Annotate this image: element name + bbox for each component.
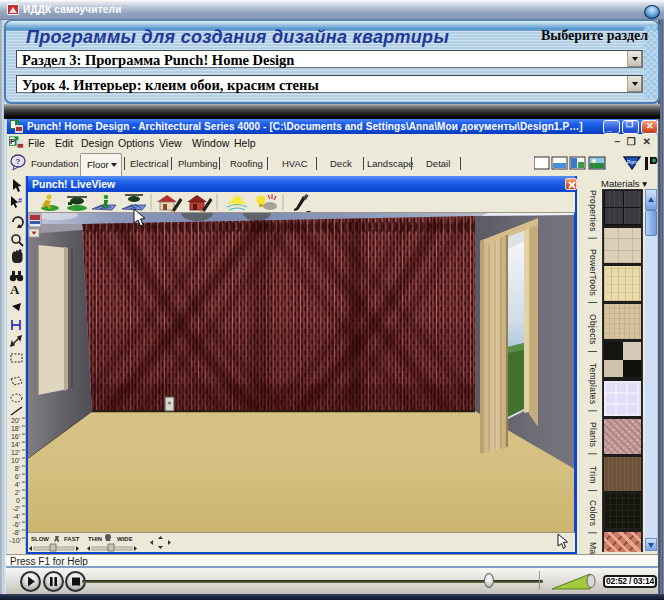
svg-text:-10': -10' [10, 537, 21, 544]
svg-text:16': 16' [11, 433, 20, 440]
svg-text:-6': -6' [12, 521, 20, 528]
svg-text:P: P [10, 137, 15, 146]
svg-text:Punch: Punch [627, 159, 641, 165]
svg-text:-4': -4' [12, 513, 20, 520]
svg-text:THIN: THIN [88, 536, 102, 542]
svg-text:SLOW: SLOW [31, 536, 49, 542]
svg-text:-2': -2' [12, 505, 20, 512]
svg-text:12': 12' [11, 449, 20, 456]
svg-text:FAST: FAST [64, 536, 80, 542]
svg-text:10': 10' [11, 457, 20, 464]
svg-text:2': 2' [15, 489, 20, 496]
svg-text:8': 8' [15, 465, 20, 472]
svg-text:20': 20' [11, 417, 20, 424]
svg-text:?: ? [16, 157, 21, 166]
svg-text:A: A [10, 282, 20, 297]
svg-text:WIDE: WIDE [117, 536, 133, 542]
svg-text:14': 14' [11, 441, 20, 448]
svg-text:4': 4' [15, 481, 20, 488]
svg-text:6': 6' [15, 473, 20, 480]
svg-text:18': 18' [11, 425, 20, 432]
svg-text:#: # [18, 197, 22, 204]
svg-text:0: 0 [16, 497, 20, 504]
svg-text:-8': -8' [12, 529, 20, 536]
